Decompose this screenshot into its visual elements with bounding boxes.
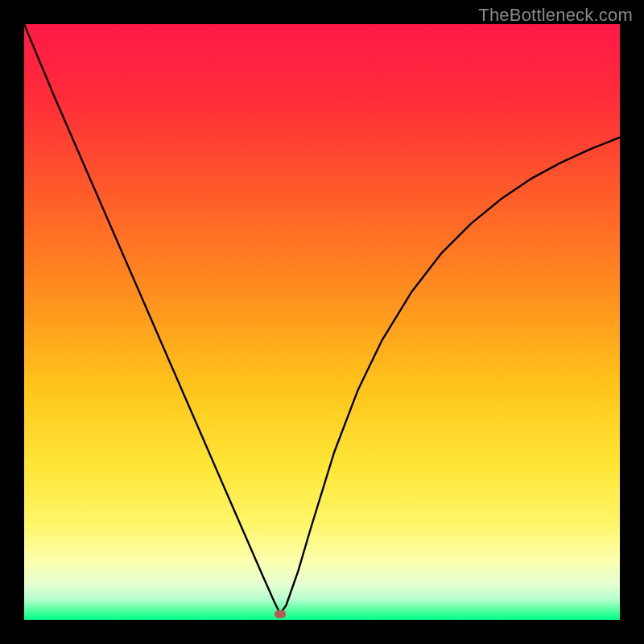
watermark-text: TheBottleneck.com — [478, 5, 633, 26]
minimum-marker — [275, 610, 286, 618]
plot-area — [24, 24, 620, 620]
bottleneck-curve — [24, 24, 620, 620]
